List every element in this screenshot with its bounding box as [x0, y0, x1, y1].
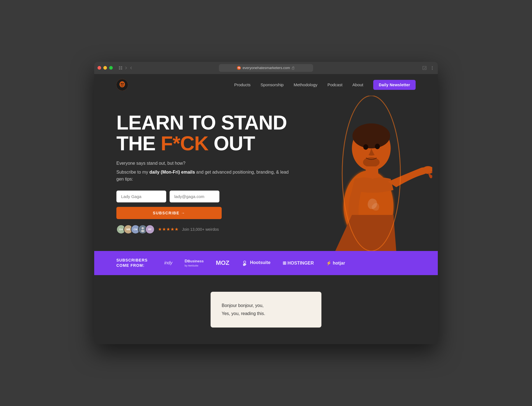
svg-point-6	[432, 66, 433, 67]
svg-rect-13	[122, 84, 122, 85]
nav-item-podcast[interactable]: Podcast	[328, 82, 342, 87]
titlebar: 🧠 everyonehatesmarketers.com	[94, 62, 438, 74]
toolbar-right	[422, 66, 434, 70]
logo-hotjar: ⚡ hotjar	[326, 260, 345, 266]
logo-moz: MOZ	[216, 259, 229, 267]
hero-person-image	[313, 96, 432, 251]
svg-point-7	[432, 69, 433, 70]
nav-item-products[interactable]: Products	[234, 82, 250, 87]
banner-label: SUBSCRIBERS COME FROM:	[116, 258, 148, 268]
nav-item-about[interactable]: About	[352, 82, 363, 87]
svg-point-5	[432, 67, 433, 68]
svg-rect-0	[119, 66, 120, 68]
svg-point-14	[142, 227, 144, 229]
subscribers-banner: SUBSCRIBERS COME FROM: indy DBusinessby …	[94, 251, 438, 275]
hero-content: LEARN TO STAND THE F*CK OUT Everyone say…	[116, 112, 294, 234]
join-count: Join 13,000+ weirdos	[182, 227, 219, 232]
avatar-group: GA MB CM RF	[116, 225, 155, 234]
svg-point-19	[363, 144, 368, 150]
nav-links: Products Sponsorship Methodology Podcast…	[234, 80, 416, 90]
svg-rect-4	[292, 68, 294, 69]
name-input[interactable]	[116, 191, 166, 202]
avatar-5: RF	[145, 225, 155, 234]
site-favicon: 🧠	[237, 66, 241, 70]
svg-point-12	[122, 83, 124, 84]
headline-line2: THE F*CK OUT	[116, 132, 255, 154]
hero-headline: LEARN TO STAND THE F*CK OUT	[116, 112, 294, 154]
newsletter-button[interactable]: Daily Newsletter	[373, 80, 416, 90]
hero-section: LEARN TO STAND THE F*CK OUT Everyone say…	[94, 96, 438, 251]
nav-cta[interactable]: Daily Newsletter	[373, 80, 416, 90]
minimize-button[interactable]	[103, 66, 107, 70]
url-text: everyonehatesmarketers.com	[242, 66, 290, 70]
lower-section: Bonjour bonjour, you, Yes, you, reading …	[94, 275, 438, 344]
social-proof: GA MB CM RF ★★★★★ Join 13,000+ weirdos	[116, 225, 294, 234]
close-button[interactable]	[98, 66, 101, 70]
nav-item-methodology[interactable]: Methodology	[294, 82, 318, 87]
company-logos-row: indy DBusinessby NetSuite MOZ Hootsuite …	[164, 258, 416, 267]
logo-indy: indy	[164, 260, 172, 265]
star-rating: ★★★★★	[158, 227, 179, 232]
logo-business: DBusinessby NetSuite	[185, 258, 204, 267]
email-line1: Bonjour bonjour, you,	[222, 302, 310, 310]
svg-rect-1	[121, 66, 122, 68]
email-preview: Bonjour bonjour, you, Yes, you, reading …	[211, 292, 321, 328]
subscription-form-row	[116, 191, 294, 202]
logo-hostinger: ⊞ HOSTINGER	[283, 260, 314, 266]
address-bar[interactable]: 🧠 everyonehatesmarketers.com	[219, 64, 313, 72]
tab-controls	[118, 66, 133, 70]
window-controls	[98, 66, 113, 70]
svg-point-21	[363, 157, 380, 167]
email-line2: Yes, you, reading this.	[222, 310, 310, 318]
nav-item-sponsorship[interactable]: Sponsorship	[260, 82, 283, 87]
hero-description: Subscribe to my daily (Mon-Fri) emails a…	[116, 169, 294, 183]
site-wrapper: Products Sponsorship Methodology Podcast…	[94, 74, 438, 344]
svg-point-20	[375, 144, 380, 149]
maximize-button[interactable]	[109, 66, 113, 70]
subscribe-button[interactable]: SUBSCRIBE →	[116, 207, 222, 219]
svg-point-11	[121, 83, 122, 84]
main-nav: Products Sponsorship Methodology Podcast…	[94, 74, 438, 96]
svg-point-18	[352, 123, 390, 148]
logo-hootsuite: Hootsuite	[242, 260, 270, 266]
svg-point-26	[244, 261, 245, 263]
svg-rect-3	[121, 68, 122, 70]
hero-subtitle: Everyone says stand out, but how?	[116, 161, 294, 166]
site-logo[interactable]	[116, 79, 128, 91]
svg-point-15	[141, 230, 144, 232]
mac-window: 🧠 everyonehatesmarketers.com	[94, 62, 438, 344]
svg-rect-2	[119, 68, 120, 70]
email-input[interactable]	[170, 191, 219, 202]
